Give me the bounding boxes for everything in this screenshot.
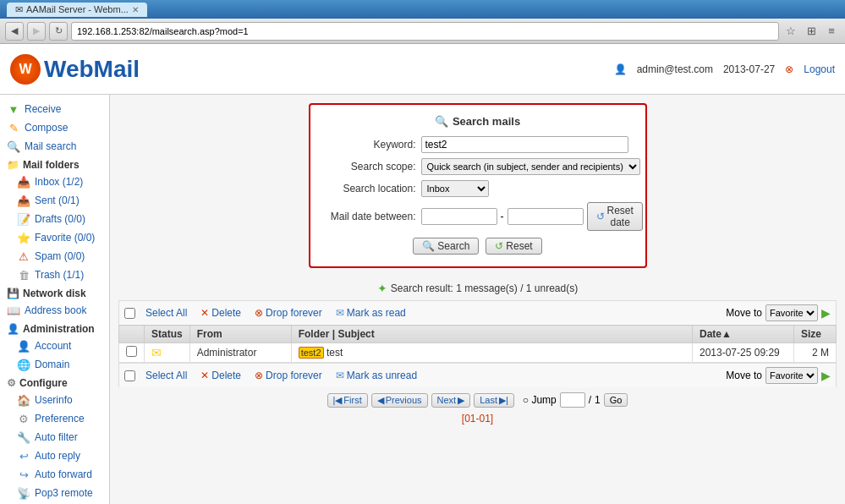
search-button[interactable]: 🔍 Search <box>413 238 479 255</box>
sidebar-item-address-book[interactable]: 📖 Address book <box>0 301 109 320</box>
browser-tab[interactable]: ✉ AAMail Server - Webm... ✕ <box>7 3 147 17</box>
col-date[interactable]: Date▲ <box>693 326 794 343</box>
sidebar-label-mail-search: Mail search <box>25 140 76 152</box>
back-button[interactable]: ◀ <box>5 22 24 41</box>
settings-icon[interactable]: ⊞ <box>803 23 820 40</box>
sidebar-item-compose[interactable]: ✎ Compose <box>0 118 109 137</box>
auto-filter-icon: 🔧 <box>17 430 30 444</box>
first-page-button[interactable]: |◀ First <box>327 393 368 408</box>
row-size: 2 M <box>812 347 829 359</box>
reset-button[interactable]: ↺ Reset <box>486 238 541 255</box>
col-from[interactable]: From <box>189 326 291 343</box>
select-all-top-button[interactable]: Select All <box>142 306 190 320</box>
move-to-top-select[interactable]: Favorite Inbox Sent <box>765 304 818 321</box>
last-page-button[interactable]: Last ▶| <box>474 393 514 408</box>
sidebar-label-preference: Preference <box>35 413 85 425</box>
auto-reply-icon: ↩ <box>17 449 30 463</box>
sidebar-label-sent: Sent (0/1) <box>35 194 80 206</box>
sidebar-item-receive[interactable]: ▼ Receive <box>0 100 109 118</box>
menu-icon[interactable]: ≡ <box>823 23 840 40</box>
sidebar-label-account: Account <box>35 340 71 352</box>
sidebar-item-inbox[interactable]: 📥 Inbox (1/2) <box>0 173 109 191</box>
tab-close-icon[interactable]: ✕ <box>132 5 139 14</box>
sidebar-item-mail-search[interactable]: 🔍 Mail search <box>0 137 109 156</box>
tab-favicon: ✉ <box>15 4 23 15</box>
mark-unread-label: Mark as unread <box>347 370 417 381</box>
drop-forever-bottom-button[interactable]: ⊗ Drop forever <box>251 369 326 382</box>
logout-icon: ⊗ <box>785 63 793 75</box>
col-folder-subject[interactable]: Folder | Subject <box>291 326 692 343</box>
inbox-icon: 📥 <box>17 175 30 189</box>
subject-highlight: test2 <box>299 347 324 359</box>
next-icon: ▶ <box>458 395 464 406</box>
sidebar-item-auto-forward[interactable]: ↪ Auto forward <box>0 465 109 484</box>
total-pages: 1 <box>595 394 601 406</box>
col-size[interactable]: Size <box>794 326 837 343</box>
row-date-cell: 2013-07-25 09:29 <box>693 343 794 363</box>
sidebar-label-auto-filter: Auto filter <box>35 431 78 443</box>
sidebar-label-inbox: Inbox (1/2) <box>35 176 83 188</box>
row-status-cell: ✉ <box>145 343 190 363</box>
sidebar-item-spam[interactable]: ⚠ Spam (0/0) <box>0 247 109 266</box>
favorite-icon: ⭐ <box>17 231 30 244</box>
date-to-input[interactable] <box>508 208 584 225</box>
keyword-label: Keyword: <box>327 139 416 151</box>
drop-forever-top-button[interactable]: ⊗ Drop forever <box>251 306 326 320</box>
sidebar-section-network-disk: 💾 Network disk <box>0 284 109 301</box>
logout-button[interactable]: Logout <box>804 63 835 75</box>
sidebar-label-drafts: Drafts (0/0) <box>35 213 85 225</box>
date-from-input[interactable] <box>421 208 497 225</box>
move-to-top-label: Move to <box>726 307 762 319</box>
sidebar-label-domain: Domain <box>35 359 69 370</box>
jump-input[interactable] <box>560 392 585 408</box>
sidebar-item-auto-reply[interactable]: ↩ Auto reply <box>0 446 109 465</box>
prev-icon: ◀ <box>377 395 384 406</box>
go-button[interactable]: Go <box>604 393 628 407</box>
table-row[interactable]: ✉ Administrator test2 test 2013-07-25 09… <box>119 343 837 363</box>
sidebar-item-pop3-remote[interactable]: 📡 Pop3 remote <box>0 484 109 502</box>
sidebar-item-preference[interactable]: ⚙ Preference <box>0 409 109 428</box>
browser-toolbar: ◀ ▶ ↻ ☆ ⊞ ≡ <box>0 19 845 44</box>
sidebar-item-drafts[interactable]: 📝 Drafts (0/0) <box>0 210 109 228</box>
location-label: Search location: <box>327 183 416 194</box>
results-icon: ✦ <box>377 282 387 295</box>
sidebar-item-trash[interactable]: 🗑 Trash (1/1) <box>0 266 109 284</box>
next-page-button[interactable]: Next ▶ <box>431 393 471 408</box>
sidebar-item-favorite[interactable]: ⭐ Favorite (0/0) <box>0 228 109 247</box>
sidebar-item-domain[interactable]: 🌐 Domain <box>0 355 109 374</box>
reload-button[interactable]: ↻ <box>49 22 68 41</box>
move-to-bottom-select[interactable]: Favorite Inbox Sent <box>765 367 818 384</box>
move-to-top-area: Move to Favorite Inbox Sent ▶ <box>726 304 831 321</box>
row-subject-cell: test2 test <box>291 343 692 363</box>
reset-btn-icon: ↺ <box>495 240 503 252</box>
keyword-input[interactable] <box>421 136 628 153</box>
select-all-bottom-button[interactable]: Select All <box>142 369 190 382</box>
auto-forward-icon: ↪ <box>17 468 30 481</box>
sidebar-item-userinfo[interactable]: 🏠 Userinfo <box>0 391 109 409</box>
address-bar[interactable] <box>71 22 779 41</box>
scope-select[interactable]: Quick search (in subject, sender and rec… <box>421 158 640 175</box>
move-to-bottom-area: Move to Favorite Inbox Sent ▶ <box>726 367 831 384</box>
mark-as-read-top-button[interactable]: ✉ Mark as read <box>332 306 409 320</box>
configure-icon: ⚙ <box>7 377 16 389</box>
mark-as-unread-bottom-button[interactable]: ✉ Mark as unread <box>332 369 420 382</box>
reset-date-button[interactable]: ↺ Reset date <box>587 202 643 231</box>
select-all-bottom-checkbox[interactable] <box>124 370 135 381</box>
star-icon[interactable]: ☆ <box>782 23 799 40</box>
row-checkbox[interactable] <box>126 346 137 357</box>
sidebar-item-sent[interactable]: 📤 Sent (0/1) <box>0 191 109 210</box>
delete-bottom-button[interactable]: ✕ Delete <box>197 369 244 382</box>
domain-icon: 🌐 <box>17 358 30 371</box>
select-all-top-checkbox[interactable] <box>124 308 135 319</box>
sidebar-item-account[interactable]: 👤 Account <box>0 337 109 355</box>
previous-page-button[interactable]: ◀ Previous <box>371 393 428 408</box>
sidebar-item-auto-filter[interactable]: 🔧 Auto filter <box>0 428 109 446</box>
col-status[interactable]: Status <box>145 326 190 343</box>
delete-top-button[interactable]: ✕ Delete <box>197 306 244 320</box>
row-from-cell: Administrator <box>189 343 291 363</box>
forward-button[interactable]: ▶ <box>27 22 46 41</box>
page-total-separator: / <box>589 394 591 406</box>
account-icon: 👤 <box>17 339 30 353</box>
pop3-icon: 📡 <box>17 486 30 500</box>
location-select[interactable]: Inbox Sent Drafts All folders <box>421 180 489 197</box>
